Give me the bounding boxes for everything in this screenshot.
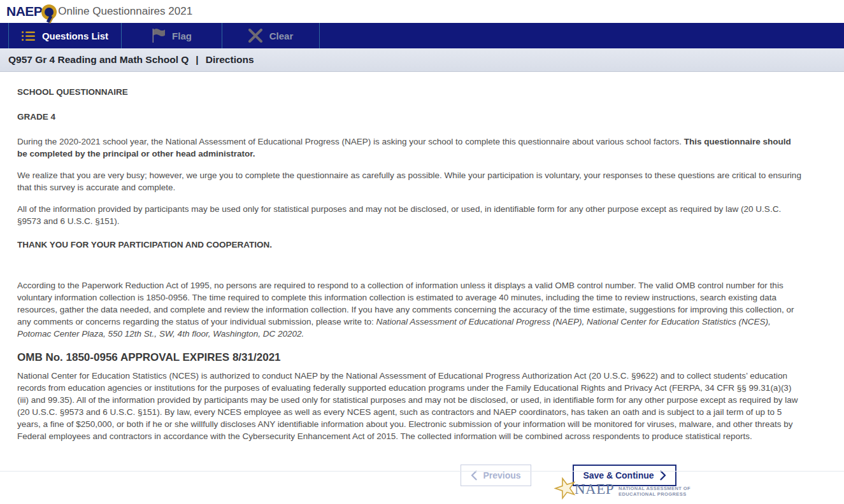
legal-paragraph: National Center for Education Statistics… [17, 370, 801, 442]
intro-paragraph-text: During the 2020-2021 school year, the Na… [17, 137, 684, 146]
school-questionnaire-heading: SCHOOL QUESTIONNAIRE [17, 86, 801, 98]
directions-content: SCHOOL QUESTIONNAIRE GRADE 4 During the … [0, 72, 844, 486]
breadcrumb-separator: | [196, 54, 198, 66]
grade-heading: GRADE 4 [17, 111, 801, 123]
flag-icon [152, 29, 165, 43]
breadcrumb-section: Directions [206, 54, 254, 66]
flag-button[interactable]: Flag [121, 23, 222, 48]
footer-tagline-line2: EDUCATIONAL PROGRESS [619, 491, 686, 497]
paperwork-reduction-paragraph: According to the Paperwork Reduction Act… [17, 279, 801, 340]
app-title: Online Questionnaires 2021 [58, 5, 192, 18]
statistical-use-paragraph: All of the information provided by parti… [17, 203, 801, 227]
clear-label: Clear [269, 31, 294, 41]
thank-you-heading: THANK YOU FOR YOUR PARTICIPATION AND COO… [17, 239, 801, 251]
star-icon [553, 475, 578, 503]
breadcrumb-questionnaire-title: Q957 Gr 4 Reading and Math School Q [8, 54, 189, 66]
flag-label: Flag [172, 31, 192, 41]
magnifier-q-icon [41, 4, 57, 20]
page-footer: NAEP NATIONAL ASSESSMENT OF EDUCATIONAL … [0, 471, 844, 504]
app-header: NAEP Online Questionnaires 2021 [0, 0, 844, 23]
questions-list-label: Questions List [42, 31, 108, 41]
list-icon [22, 31, 35, 41]
footer-naep-text: NAEP [575, 481, 614, 498]
omb-approval-heading: OMB No. 1850-0956 APPROVAL EXPIRES 8/31/… [17, 351, 801, 363]
breadcrumb: Q957 Gr 4 Reading and Math School Q | Di… [0, 48, 844, 72]
naep-footer-logo: NAEP NATIONAL ASSESSMENT OF EDUCATIONAL … [553, 475, 690, 503]
busy-paragraph: We realize that you are very busy; howev… [17, 169, 801, 193]
footer-tagline-line1: NATIONAL ASSESSMENT OF [619, 486, 690, 491]
footer-tagline: NATIONAL ASSESSMENT OF EDUCATIONAL PROGR… [619, 482, 690, 497]
naep-logo-text: NAEP [6, 4, 42, 19]
toolbar: Questions List Flag Clear [0, 23, 844, 48]
intro-paragraph: During the 2020-2021 school year, the Na… [17, 136, 801, 160]
clear-button[interactable]: Clear [222, 23, 320, 48]
questions-list-button[interactable]: Questions List [8, 23, 121, 48]
x-icon [248, 29, 262, 43]
